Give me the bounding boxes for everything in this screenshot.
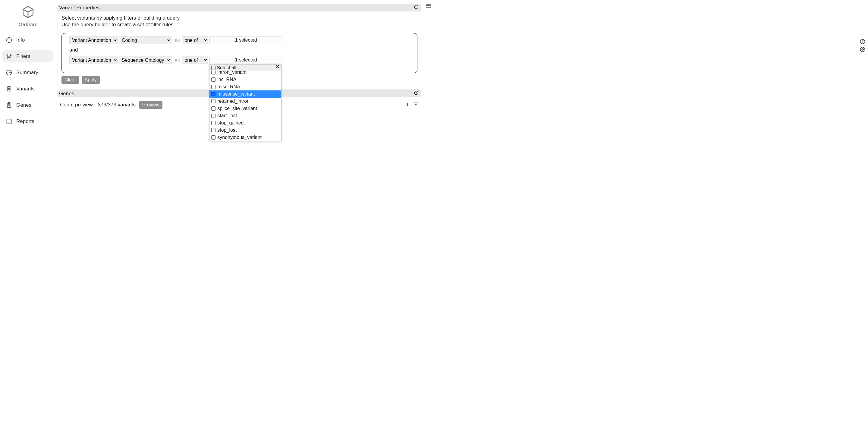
count-preview-label: Count preview: <box>60 102 94 108</box>
brand-name: OakVar <box>19 22 37 27</box>
dropdown-option[interactable]: start_lost <box>210 112 281 119</box>
sidebar-item-label: Reports <box>16 119 34 124</box>
sidebar-item-label: Variants <box>16 86 35 92</box>
query-builder: Variant Annotation Coding not one of 1 s… <box>61 33 417 73</box>
dropdown-header: Select all ✕ <box>210 64 281 71</box>
checkbox-icon[interactable] <box>211 128 216 132</box>
not-label: not <box>173 57 181 63</box>
variant-properties-panel: Variant Properties Select variants by ap… <box>58 4 421 87</box>
source-select[interactable]: Variant Annotation <box>69 56 118 64</box>
dropdown-option[interactable]: stop_gained <box>210 119 281 127</box>
value-multiselect[interactable]: 1 selected Select all ✕ <box>210 56 282 64</box>
dropdown-option[interactable]: lnc_RNA <box>210 76 281 83</box>
checkbox-icon[interactable] <box>211 114 216 118</box>
sidebar-item-label: Info <box>16 37 25 43</box>
download-icon[interactable] <box>404 102 410 108</box>
select-all-label[interactable]: Select all <box>217 65 236 70</box>
brand-logo-icon <box>22 5 35 20</box>
svg-point-4 <box>9 38 9 39</box>
dropdown-option[interactable]: misc_RNA <box>210 83 281 90</box>
checkbox-icon[interactable] <box>211 135 216 140</box>
option-label: start_lost <box>217 113 237 119</box>
panel-title: Variant Properties <box>59 5 100 11</box>
option-label: synonymous_variant <box>217 135 261 140</box>
pie-chart-icon <box>6 70 12 76</box>
option-label: intron_variant <box>217 71 247 75</box>
sidebar: OakVar Info Filters Summary Variants <box>0 0 56 217</box>
main: Variant Properties Select variants by ap… <box>56 0 423 217</box>
clear-button[interactable]: Clear <box>61 76 79 84</box>
upload-icon[interactable] <box>413 102 419 108</box>
operator-select[interactable]: one of <box>182 56 208 64</box>
bar-chart-icon <box>6 119 12 124</box>
query-joiner: and <box>69 47 410 53</box>
collapse-icon[interactable] <box>414 4 418 11</box>
dropdown-option[interactable]: retained_intron <box>210 98 281 105</box>
option-label: misc_RNA <box>217 84 240 90</box>
menu-icon[interactable] <box>426 3 431 8</box>
option-label: retained_intron <box>217 98 250 104</box>
count-preview-value: 373/373 variants <box>98 102 135 108</box>
bracket-right-icon <box>413 33 417 73</box>
dropdown-option[interactable]: intron_variant <box>210 71 281 76</box>
dropdown-scroll[interactable]: intron_variant lnc_RNA mis <box>210 71 281 141</box>
checkbox-icon[interactable] <box>211 99 216 103</box>
operator-select[interactable]: one of <box>182 36 208 44</box>
value-multiselect[interactable]: 1 selected <box>210 36 282 44</box>
option-label: stop_gained <box>217 120 244 126</box>
checkbox-icon[interactable] <box>211 78 216 82</box>
dropdown-option[interactable]: stop_lost <box>210 127 281 134</box>
option-label: missense_variant <box>217 91 255 97</box>
column-select[interactable]: Sequence Ontology <box>119 56 172 64</box>
dropdown-option[interactable]: missense_variant <box>210 90 281 98</box>
sidebar-item-reports[interactable]: Reports <box>2 116 53 127</box>
checkbox-icon[interactable] <box>211 106 216 111</box>
select-all-checkbox[interactable] <box>211 66 216 70</box>
sidebar-item-info[interactable]: Info <box>2 34 53 46</box>
column-select[interactable]: Coding <box>119 36 172 44</box>
value-summary: 1 selected <box>235 57 257 63</box>
option-label: splice_site_variant <box>217 106 257 111</box>
svg-point-10 <box>10 55 11 56</box>
option-label: lnc_RNA <box>217 77 236 82</box>
sidebar-item-label: Genes <box>16 102 31 108</box>
sidebar-item-filters[interactable]: Filters <box>2 50 53 62</box>
close-icon[interactable]: ✕ <box>276 64 279 70</box>
intro-line-1: Select variants by applying filters or b… <box>61 15 417 21</box>
checkbox-icon[interactable] <box>211 121 216 125</box>
apply-button[interactable]: Apply <box>82 76 100 84</box>
svg-point-8 <box>8 57 9 58</box>
dropdown-option[interactable]: splice_site_variant <box>210 105 281 112</box>
svg-point-6 <box>7 55 8 56</box>
sidebar-item-label: Filters <box>16 53 30 59</box>
option-label: stop_lost <box>217 127 237 133</box>
panel-header[interactable]: Variant Properties <box>58 4 421 11</box>
info-icon <box>6 37 12 43</box>
sidebar-item-genes[interactable]: Genes <box>2 99 53 111</box>
panel-title: Genes <box>59 91 74 97</box>
expand-icon[interactable] <box>414 90 418 97</box>
clipboard-icon <box>6 102 12 108</box>
preview-button[interactable]: Preview <box>139 101 162 109</box>
intro-line-2: Use the query builder to create a set of… <box>61 22 417 28</box>
checkbox-icon[interactable] <box>211 92 216 96</box>
value-summary: 1 selected <box>235 37 257 43</box>
multiselect-dropdown: Select all ✕ intron_variant <box>209 64 281 141</box>
right-rail <box>423 0 434 217</box>
sidebar-item-label: Summary <box>16 70 38 76</box>
dropdown-option[interactable]: synonymous_variant <box>210 134 281 141</box>
sidebar-item-variants[interactable]: Variants <box>2 83 53 95</box>
not-label: not <box>173 37 181 43</box>
checkbox-icon[interactable] <box>211 71 216 74</box>
query-row: Variant Annotation Coding not one of 1 s… <box>69 36 410 44</box>
checkbox-icon[interactable] <box>211 85 216 89</box>
clipboard-icon <box>6 86 12 92</box>
source-select[interactable]: Variant Annotation <box>69 36 118 44</box>
brand: OakVar <box>2 5 53 27</box>
query-row: Variant Annotation Sequence Ontology not… <box>69 56 410 64</box>
sliders-icon <box>6 53 12 59</box>
bracket-left-icon <box>61 33 66 73</box>
sidebar-item-summary[interactable]: Summary <box>2 67 53 79</box>
